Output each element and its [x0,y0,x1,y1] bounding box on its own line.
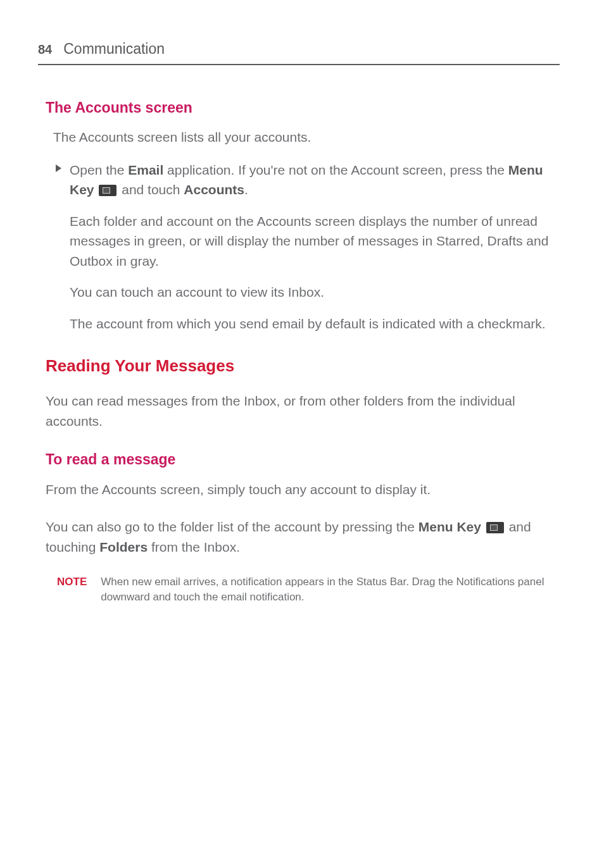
note-text: When new email arrives, a notification a… [101,574,552,605]
bullet-touch-para: You can touch an account to view its Inb… [70,282,560,302]
accounts-bullet: Open the Email application. If you're no… [70,160,560,334]
menu-key-icon [99,185,116,196]
reading-messages-heading: Reading Your Messages [46,354,560,378]
page-number: 84 [38,40,52,59]
bullet-triangle-icon [56,164,61,172]
reading-messages-intro: You can read messages from the Inbox, or… [46,391,552,431]
note-label: NOTE [57,574,87,605]
note-block: NOTE When new email arrives, a notificat… [57,574,552,605]
text-fragment: You can also go to the folder list of th… [46,519,418,534]
accounts-term: Accounts [184,182,244,197]
page-header: 84 Communication [38,38,560,65]
menu-key-icon [486,522,504,533]
accounts-screen-intro: The Accounts screen lists all your accou… [53,127,560,147]
text-fragment: and touch [118,182,184,197]
email-term: Email [128,163,163,177]
to-read-p1: From the Accounts screen, simply touch a… [46,480,552,500]
bullet-folders-para: Each folder and account on the Accounts … [70,211,560,271]
text-fragment: application. If you're not on the Accoun… [163,163,508,177]
accounts-screen-heading: The Accounts screen [46,97,560,119]
bullet-open-email: Open the Email application. If you're no… [70,160,560,200]
folders-term: Folders [99,540,148,554]
text-fragment: from the Inbox. [148,540,240,554]
to-read-heading: To read a message [46,449,560,471]
chapter-title: Communication [63,38,165,60]
menu-key-term-2: Menu Key [418,519,481,534]
to-read-p2: You can also go to the folder list of th… [46,517,552,557]
text-fragment: Open the [70,163,128,177]
bullet-default-para: The account from which you send email by… [70,314,560,334]
text-fragment: . [244,182,248,197]
